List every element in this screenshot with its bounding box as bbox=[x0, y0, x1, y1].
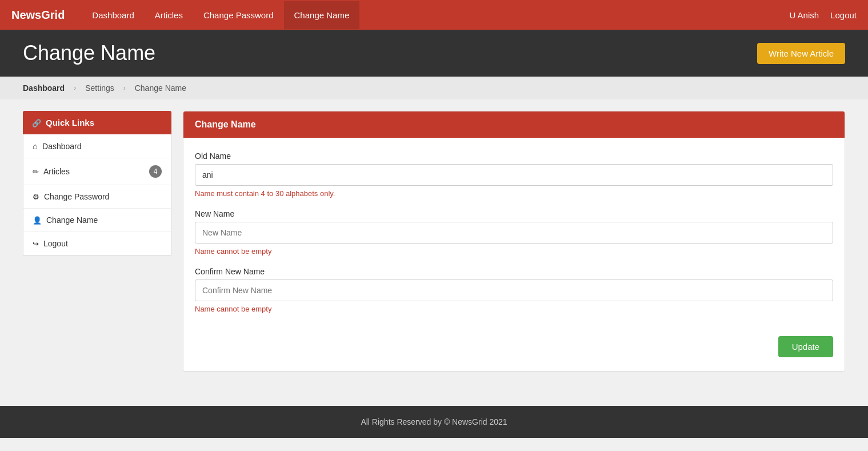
navbar-logout[interactable]: Logout bbox=[830, 10, 857, 20]
form-submit-row: Update bbox=[195, 330, 833, 357]
breadcrumb-sep-1: › bbox=[74, 84, 76, 92]
user-icon bbox=[33, 215, 42, 225]
write-article-button[interactable]: Write New Article bbox=[757, 43, 845, 64]
confirm-name-label: Confirm New Name bbox=[195, 267, 833, 276]
quick-links-icon bbox=[32, 118, 41, 127]
sidebar-item-dashboard[interactable]: Dashboard bbox=[23, 134, 171, 158]
logout-icon bbox=[33, 239, 39, 248]
brand[interactable]: NewsGrid bbox=[11, 9, 65, 22]
form-body: Old Name Name must contain 4 to 30 alpha… bbox=[183, 138, 845, 371]
new-name-error: Name cannot be empty bbox=[195, 247, 833, 256]
sidebar-item-logout[interactable]: Logout bbox=[23, 232, 171, 255]
footer-text: All Rights Reserved by © NewsGrid 2021 bbox=[361, 417, 507, 426]
footer: All Rights Reserved by © NewsGrid 2021 bbox=[0, 406, 868, 438]
nav-articles[interactable]: Articles bbox=[145, 1, 193, 29]
main-content: Quick Links Dashboard Articles 4 Change bbox=[0, 99, 868, 383]
breadcrumb-settings[interactable]: Settings bbox=[85, 83, 114, 93]
new-name-input[interactable] bbox=[195, 222, 833, 244]
old-name-error: Name must contain 4 to 30 alphabets only… bbox=[195, 189, 833, 198]
breadcrumb-sep-2: › bbox=[123, 84, 126, 92]
form-panel-header: Change Name bbox=[183, 111, 845, 138]
sidebar-links: Dashboard Articles 4 Change Password bbox=[23, 134, 171, 256]
navbar-user: U Anish bbox=[789, 10, 819, 20]
sidebar-item-articles[interactable]: Articles 4 bbox=[23, 158, 171, 185]
sidebar-item-change-name[interactable]: Change Name bbox=[23, 209, 171, 232]
new-name-label: New Name bbox=[195, 209, 833, 218]
sidebar-logout-label: Logout bbox=[43, 239, 68, 248]
nav-dashboard[interactable]: Dashboard bbox=[82, 1, 144, 29]
navbar: NewsGrid Dashboard Articles Change Passw… bbox=[0, 0, 868, 30]
confirm-name-error: Name cannot be empty bbox=[195, 305, 833, 313]
confirm-name-group: Confirm New Name Name cannot be empty bbox=[195, 267, 833, 313]
sidebar-header-label: Quick Links bbox=[46, 118, 94, 127]
breadcrumb-dashboard[interactable]: Dashboard bbox=[23, 83, 65, 93]
gear-icon bbox=[33, 192, 39, 201]
page-header: Change Name Write New Article bbox=[0, 30, 868, 77]
navbar-links: Dashboard Articles Change Password Chang… bbox=[82, 1, 789, 29]
confirm-name-input[interactable] bbox=[195, 280, 833, 301]
nav-change-name[interactable]: Change Name bbox=[284, 1, 360, 29]
old-name-label: Old Name bbox=[195, 151, 833, 161]
home-icon bbox=[33, 141, 38, 151]
articles-badge: 4 bbox=[149, 165, 162, 178]
sidebar-item-change-password[interactable]: Change Password bbox=[23, 185, 171, 209]
old-name-input[interactable] bbox=[195, 164, 833, 186]
old-name-group: Old Name Name must contain 4 to 30 alpha… bbox=[195, 151, 833, 198]
sidebar: Quick Links Dashboard Articles 4 Change bbox=[23, 111, 171, 372]
breadcrumb-change-name[interactable]: Change Name bbox=[135, 83, 186, 93]
new-name-group: New Name Name cannot be empty bbox=[195, 209, 833, 256]
navbar-right: U Anish Logout bbox=[789, 10, 857, 20]
page-title: Change Name bbox=[23, 41, 155, 65]
nav-change-password[interactable]: Change Password bbox=[193, 1, 284, 29]
sidebar-change-password-label: Change Password bbox=[44, 192, 109, 201]
sidebar-dashboard-label: Dashboard bbox=[42, 142, 82, 151]
pencil-icon bbox=[33, 167, 39, 176]
sidebar-header: Quick Links bbox=[23, 111, 171, 134]
change-name-form-panel: Change Name Old Name Name must contain 4… bbox=[183, 111, 845, 372]
sidebar-change-name-label: Change Name bbox=[46, 215, 98, 225]
sidebar-articles-label: Articles bbox=[43, 167, 70, 176]
breadcrumb: Dashboard › Settings › Change Name bbox=[0, 77, 868, 99]
update-button[interactable]: Update bbox=[778, 336, 833, 357]
